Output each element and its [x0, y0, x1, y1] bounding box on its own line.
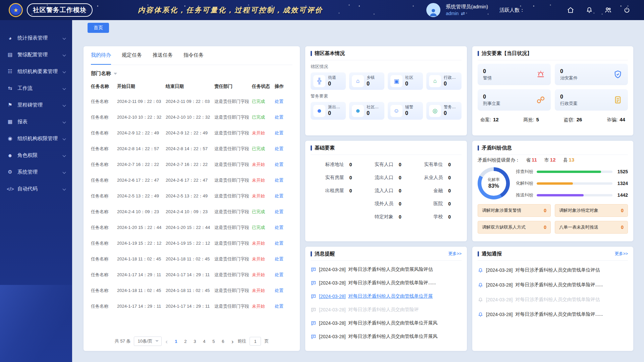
- start-date-cell: 2024-2-5 13：22：49: [117, 188, 166, 204]
- status-badge: 未开始: [252, 272, 265, 277]
- task-name-cell: 任务名称: [91, 141, 117, 157]
- handle-link[interactable]: 处置: [275, 130, 283, 135]
- username[interactable]: admin ⇄: [446, 10, 488, 17]
- top-header: ★ 社区警务工作模块 内容体系化，任务可量化，过程可控制，成效可评价 系统管理员…: [0, 0, 644, 20]
- status-badge: 未开始: [252, 304, 265, 309]
- notice-item[interactable]: [2024-03-28] 对每日涉矛盾纠纷人员交由管线单险评......: [478, 278, 628, 292]
- handle-link[interactable]: 处置: [275, 225, 283, 230]
- page-number[interactable]: 5: [209, 337, 218, 346]
- switch-user-icon[interactable]: ⇄: [461, 10, 465, 17]
- sidebar-item-org-elements[interactable]: ☷ 组织机构要素管理: [0, 63, 72, 80]
- page-size-select[interactable]: 10条/页: [134, 337, 161, 346]
- dispute-filter-button[interactable]: 调解对象涉特定对象0: [555, 204, 628, 217]
- sidebar-item-system[interactable]: ⚙ 系统管理: [0, 164, 72, 180]
- tab-my-todo[interactable]: 我的待办: [91, 46, 111, 65]
- message-item[interactable]: [2024-03-28] 对每日涉矛盾纠纷人员交由管险评: [311, 303, 462, 316]
- sidebar-item-workflow[interactable]: ⇆ 工作流: [0, 80, 72, 97]
- sidebar-item-report-stats[interactable]: ◕ 统计报表管理: [0, 29, 72, 46]
- next-page-button[interactable]: ›: [231, 338, 234, 345]
- title-bar-icon: [478, 251, 479, 256]
- start-date-cell: 2024-1-17 14：29：11: [117, 298, 166, 314]
- security-panel: 治安要素【当日状况】 0 警情: [472, 46, 633, 135]
- sidebar-item-reports[interactable]: ▦ 报表: [0, 113, 72, 130]
- sidebar-item-milestone[interactable]: ⚑ 里程碑管理: [0, 97, 72, 113]
- department-cell: 这是责任部门字段: [214, 109, 252, 125]
- notice-item[interactable]: [2024-03-28] 对每日涉矛盾纠纷人员交由管线单险评......: [478, 307, 628, 322]
- handle-link[interactable]: 处置: [275, 162, 283, 167]
- dispute-filter-label: 调解对象涉重复警情: [482, 207, 521, 214]
- page-number[interactable]: 4: [200, 337, 209, 346]
- start-date-cell: 2024-1-20 15：22：44: [117, 220, 166, 235]
- start-date-cell: 2024-1-18 11：02：45: [117, 283, 166, 298]
- power-icon[interactable]: [623, 6, 631, 14]
- message-text: 对每日涉矛盾纠纷人员交由管线单位开展风: [348, 334, 437, 340]
- district-stat: ╬ 街道 0: [311, 72, 346, 90]
- basic-element: 实有单位 0: [411, 162, 460, 168]
- messages-more-link[interactable]: 更多>>: [448, 251, 462, 257]
- page-number[interactable]: 6: [219, 337, 227, 346]
- page-number[interactable]: 2: [181, 337, 190, 346]
- handle-link[interactable]: 处置: [275, 115, 283, 120]
- handle-link[interactable]: 处置: [275, 304, 283, 309]
- page-number[interactable]: 1: [172, 337, 180, 346]
- dispute-filter-button[interactable]: 八单一表未及时推送0: [555, 221, 628, 234]
- sidebar-item-label: 报表: [17, 119, 60, 125]
- page-number[interactable]: 3: [191, 337, 199, 346]
- notice-item[interactable]: [2024-03-28] 对每日涉矛盾纠纷人员交由管线单位评估: [478, 263, 628, 278]
- handle-link[interactable]: 处置: [275, 241, 283, 246]
- police-stat: ☻ 社区民警 0: [349, 102, 384, 119]
- message-item[interactable]: [2024-03-28] 对每日涉矛盾纠纷人员交由管线单险评......: [311, 276, 462, 290]
- message-item[interactable]: [2024-03-28] 对每日涉矛盾纠纷人员交由管线单位开展风: [311, 316, 462, 330]
- notice-item[interactable]: [2024-03-28] 对每日涉矛盾纠纷人员交由管线单险评估: [478, 292, 628, 307]
- notices-more-link[interactable]: 更多>>: [614, 251, 628, 257]
- title-bar-icon: [311, 51, 312, 56]
- dispute-filter-label: 调解对象涉特定对象: [559, 207, 598, 214]
- status-badge: 未开始: [252, 256, 265, 261]
- tab-home[interactable]: 首页: [88, 23, 109, 33]
- handle-link[interactable]: 处置: [275, 193, 283, 198]
- sidebar-item-auto-code[interactable]: </> 自动代码: [0, 180, 72, 197]
- handle-link[interactable]: 处置: [275, 209, 283, 214]
- handle-link[interactable]: 处置: [275, 256, 283, 261]
- sidebar-item-org-permissions[interactable]: ◉ 组织机构权限管理: [0, 130, 72, 147]
- tab-required-tasks[interactable]: 规定任务: [122, 46, 142, 65]
- dispute-filter-button[interactable]: 调解对象涉重复警情0: [478, 204, 551, 217]
- message-item[interactable]: [2024-03-28] 对每日涉矛盾纠纷人员交由管线单位开展风: [311, 330, 462, 343]
- handle-link[interactable]: 处置: [275, 146, 283, 151]
- end-date-cell: 2024-1-18 11：02：45: [166, 251, 214, 267]
- title-bar-icon: [478, 51, 479, 56]
- handle-link[interactable]: 处置: [275, 178, 283, 183]
- end-date-cell: 2024-2-6 17：22：47: [166, 172, 214, 188]
- tab-command-tasks[interactable]: 指令任务: [183, 46, 204, 65]
- header-icons: [567, 6, 631, 14]
- message-text: 对每日涉矛盾纠纷人员交由管线单险评......: [348, 280, 436, 286]
- handle-link[interactable]: 处置: [275, 99, 283, 104]
- message-item[interactable]: [2024-03-28] 对每日涉矛盾纠纷人员交由管展风险评估: [311, 263, 462, 276]
- task-name-cell: 任务名称: [91, 251, 117, 267]
- department-filter[interactable]: 部门名称: [91, 65, 292, 77]
- message-date: [2024-03-28]: [319, 294, 345, 299]
- basic-element-value: 0: [448, 201, 451, 206]
- handle-link[interactable]: 处置: [275, 272, 283, 277]
- dashboard-columns: 我的待办 规定任务 推送任务 指令任务 部门名称 任务名称 开始日期: [84, 46, 639, 351]
- sidebar-item-police-config[interactable]: ▤ 警综配置管理: [0, 46, 72, 63]
- alarm-icon: [536, 70, 545, 79]
- tab-pushed-tasks[interactable]: 推送任务: [153, 46, 173, 65]
- message-item[interactable]: [2024-03-28] 对每日涉矛盾纠纷人员交由管线单位开展: [311, 290, 462, 303]
- department-cell: 这是责任部门字段: [214, 251, 252, 267]
- home-icon[interactable]: [567, 6, 574, 14]
- prev-page-button[interactable]: ‹: [165, 338, 168, 345]
- avatar[interactable]: [426, 3, 440, 17]
- admin-case-label: 行政受案: [560, 101, 578, 107]
- start-date-cell: 2024-2-6 17：22：47: [117, 172, 166, 188]
- users-icon[interactable]: [604, 6, 612, 14]
- dispute-filter-button[interactable]: 调解双方缺联系人方式0: [478, 221, 551, 234]
- goto-page-input[interactable]: [250, 337, 261, 346]
- dispute-bar-value: 1324: [616, 181, 628, 186]
- district-group-label: 辖区情况: [311, 64, 462, 70]
- sidebar-item-role-permissions[interactable]: ☻ 角色权限: [0, 147, 72, 164]
- department-cell: 这是责任部门字段: [214, 298, 252, 314]
- handle-link[interactable]: 处置: [275, 288, 283, 293]
- bell-icon[interactable]: [586, 6, 593, 14]
- crime-stats-row: 命案:12 两抢:5 盗窃:26 诈骗:44: [478, 111, 628, 123]
